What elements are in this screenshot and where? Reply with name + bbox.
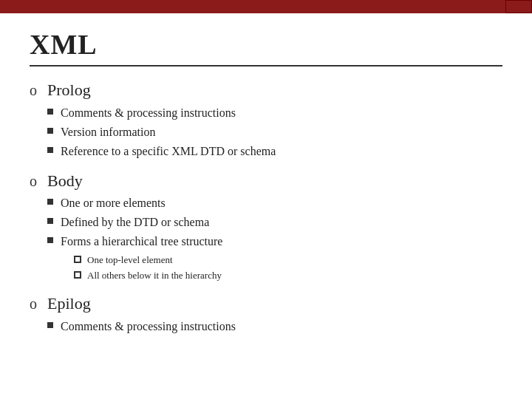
body-subsubitems: One top-level element All others below i… [74,253,222,282]
bullet-epilog: o [30,293,37,314]
body-subitems: One or more elements Defined by the DTD … [47,194,502,283]
epilog-item-1: Comments & processing instructions [61,318,236,335]
body-content: Body One or more elements Defined by the… [47,171,502,285]
prolog-item-1: Comments & processing instructions [61,104,236,122]
square-bullet-5 [47,218,53,224]
section-epilog: o Epilog Comments & processing instructi… [30,293,502,337]
page-title: XML [30,28,502,61]
body-item-3: Forms a hierarchical tree structure [61,235,222,248]
section-prolog: o Prolog Comments & processing instructi… [30,80,502,162]
bullet-body: o [30,171,37,191]
prolog-subitems: Comments & processing instructions Versi… [47,104,502,160]
list-item: Comments & processing instructions [47,104,502,122]
list-item: Version information [47,123,502,141]
body-item-2: Defined by the DTD or schema [61,214,209,231]
prolog-item-2: Version information [61,123,155,141]
square-bullet-3 [47,147,53,153]
square-outline-bullet-1 [74,256,81,263]
square-bullet-1 [47,109,53,115]
list-item: All others below it in the hierarchy [74,268,222,283]
epilog-content: Epilog Comments & processing instruction… [47,293,502,337]
epilog-heading: Epilog [47,293,502,315]
section-body: o Body One or more elements Defined by t… [30,171,502,285]
main-content: XML o Prolog Comments & processing instr… [0,13,532,399]
prolog-item-3: Reference to a specific XML DTD or schem… [61,143,276,160]
square-outline-bullet-2 [74,271,81,279]
title-divider [30,65,502,66]
top-accent-bar [0,0,532,13]
top-right-square [505,0,532,13]
list-item: Reference to a specific XML DTD or schem… [47,143,502,160]
body-item-1: One or more elements [61,194,166,212]
square-bullet-4 [47,199,53,205]
square-bullet-7 [47,322,53,328]
prolog-content: Prolog Comments & processing instruction… [47,80,502,162]
list-item: One or more elements [47,194,502,212]
bullet-prolog: o [30,80,37,100]
list-item: Defined by the DTD or schema [47,214,502,231]
body-subitem-2: All others below it in the hierarchy [87,268,222,283]
square-bullet-6 [47,237,53,243]
list-item: Comments & processing instructions [47,318,502,335]
prolog-heading: Prolog [47,80,502,101]
body-heading: Body [47,171,502,192]
list-item: Forms a hierarchical tree structure One … [47,233,502,283]
body-subitem-1: One top-level element [87,253,173,267]
list-item: One top-level element [74,253,222,267]
epilog-subitems: Comments & processing instructions [47,318,502,335]
square-bullet-2 [47,128,53,134]
